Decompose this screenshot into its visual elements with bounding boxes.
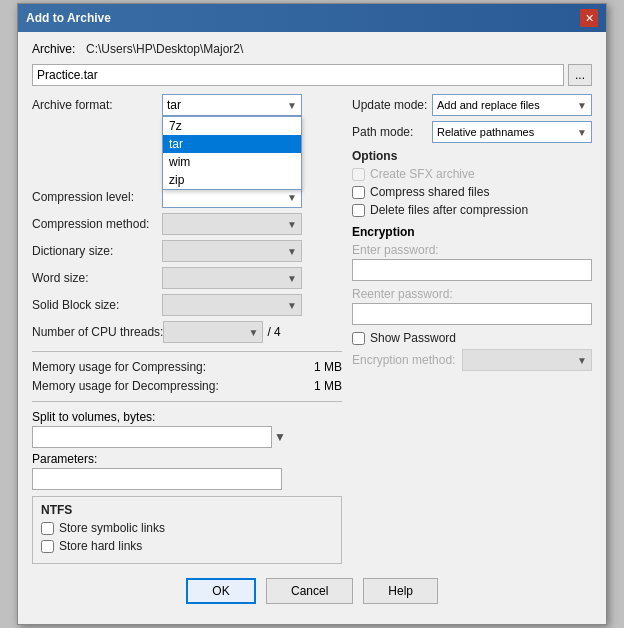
dropdown-option-zip[interactable]: zip [163,171,301,189]
archive-format-label: Archive format: [32,98,162,112]
update-mode-value: Add and replace files [437,99,540,111]
ntfs-section: NTFS Store symbolic links Store hard lin… [32,496,342,564]
store-hard-checkbox[interactable] [41,540,54,553]
word-size-label: Word size: [32,271,162,285]
archive-label: Archive: [32,42,82,56]
encryption-section: Encryption Enter password: Reenter passw… [352,225,592,371]
dialog-title: Add to Archive [26,11,111,25]
compress-shared-checkbox[interactable] [352,186,365,199]
archive-format-value: tar [167,98,181,112]
update-mode-combo[interactable]: Add and replace files ▼ [432,94,592,116]
cpu-threads-label: Number of CPU threads: [32,325,163,339]
path-mode-value: Relative pathnames [437,126,534,138]
cancel-button[interactable]: Cancel [266,578,353,604]
archive-format-combo[interactable]: tar ▼ [162,94,302,116]
solid-block-size-combo[interactable]: ▼ [162,294,302,316]
store-symbolic-label: Store symbolic links [59,521,165,535]
compression-method-label: Compression method: [32,217,162,231]
cpu-threads-combo[interactable]: ▼ [163,321,263,343]
ntfs-title: NTFS [41,503,333,517]
path-mode-label: Path mode: [352,125,432,139]
compress-shared-label: Compress shared files [370,185,489,199]
parameters-input[interactable] [32,468,282,490]
parameters-label: Parameters: [32,452,342,466]
help-button[interactable]: Help [363,578,438,604]
title-bar: Add to Archive ✕ [18,4,606,32]
dictionary-size-label: Dictionary size: [32,244,162,258]
memory-compressing-value: 1 MB [302,360,342,374]
split-input[interactable] [32,426,272,448]
show-password-checkbox[interactable] [352,332,365,345]
memory-compressing-label: Memory usage for Compressing: [32,360,302,374]
create-sfx-checkbox[interactable] [352,168,365,181]
delete-after-label: Delete files after compression [370,203,528,217]
options-title: Options [352,149,592,163]
word-size-combo[interactable]: ▼ [162,267,302,289]
reenter-password-input[interactable] [352,303,592,325]
right-panel: Update mode: Add and replace files ▼ Pat… [352,94,592,564]
options-section: Options Create SFX archive Compress shar… [352,149,592,217]
reenter-password-placeholder-label: Reenter password: [352,287,592,301]
compression-method-combo[interactable]: ▼ [162,213,302,235]
archive-format-arrow: ▼ [287,100,297,111]
add-to-archive-dialog: Add to Archive ✕ Archive: C:\Users\HP\De… [17,3,607,625]
dropdown-option-wim[interactable]: wim [163,153,301,171]
dropdown-option-7z[interactable]: 7z [163,117,301,135]
left-panel: Archive format: tar ▼ 7z tar wim zip [32,94,342,564]
enter-password-placeholder-label: Enter password: [352,243,592,257]
show-password-label: Show Password [370,331,456,345]
compression-level-label: Compression level: [32,190,162,204]
archive-path: C:\Users\HP\Desktop\Major2\ [86,42,243,56]
enter-password-input[interactable] [352,259,592,281]
archive-format-wrapper: tar ▼ 7z tar wim zip [162,94,302,116]
solid-block-size-label: Solid Block size: [32,298,162,312]
memory-decompressing-value: 1 MB [302,379,342,393]
cpu-threads-suffix: / 4 [267,325,280,339]
store-hard-label: Store hard links [59,539,142,553]
create-sfx-label: Create SFX archive [370,167,475,181]
ok-button[interactable]: OK [186,578,256,604]
encryption-method-label: Encryption method: [352,353,462,367]
bottom-buttons: OK Cancel Help [32,578,592,614]
archive-format-dropdown: 7z tar wim zip [162,116,302,190]
memory-decompressing-label: Memory usage for Decompressing: [32,379,302,393]
delete-after-checkbox[interactable] [352,204,365,217]
dropdown-option-tar[interactable]: tar [163,135,301,153]
split-label: Split to volumes, bytes: [32,410,342,424]
update-mode-label: Update mode: [352,98,432,112]
browse-button[interactable]: ... [568,64,592,86]
encryption-title: Encryption [352,225,592,239]
path-mode-combo[interactable]: Relative pathnames ▼ [432,121,592,143]
store-symbolic-checkbox[interactable] [41,522,54,535]
split-arrow: ▼ [274,430,286,444]
dictionary-size-combo[interactable]: ▼ [162,240,302,262]
archive-filename-select[interactable]: Practice.tar [32,64,564,86]
close-button[interactable]: ✕ [580,9,598,27]
encryption-method-combo[interactable]: ▼ [462,349,592,371]
